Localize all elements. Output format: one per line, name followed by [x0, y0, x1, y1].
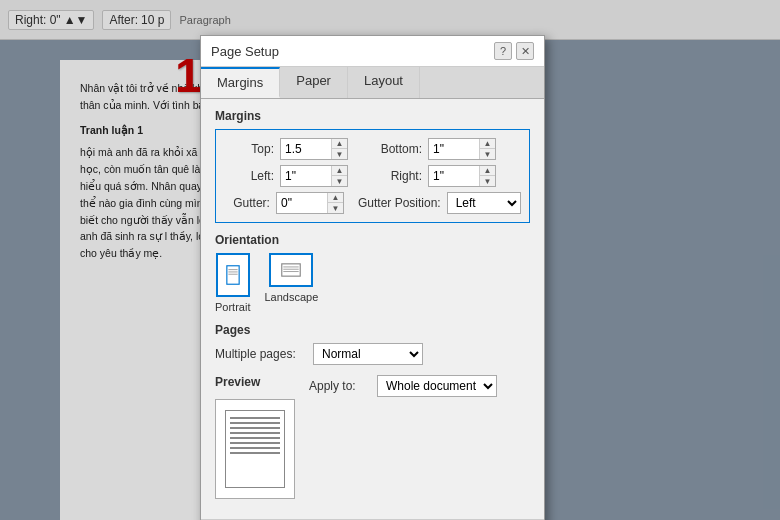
- pages-section: Pages Multiple pages: Normal Mirror marg…: [215, 323, 530, 365]
- landscape-icon: [269, 253, 313, 287]
- multiple-pages-label: Multiple pages:: [215, 347, 305, 361]
- tab-layout[interactable]: Layout: [348, 67, 420, 98]
- preview-line-8: [230, 452, 280, 454]
- margins-section-label: Margins: [215, 109, 530, 123]
- right-spinner-up[interactable]: ▲: [480, 166, 495, 176]
- gutter-spinner[interactable]: ▲ ▼: [327, 193, 343, 213]
- apply-row: Apply to: Whole document This section Th…: [309, 375, 530, 397]
- pages-row: Multiple pages: Normal Mirror margins 2 …: [215, 343, 530, 365]
- close-button[interactable]: ✕: [516, 42, 534, 60]
- preview-page: [225, 410, 285, 488]
- bottom-spinner[interactable]: ▲ ▼: [479, 139, 495, 159]
- margins-box: Top: ▲ ▼ Bottom: ▲ ▼: [215, 129, 530, 223]
- apply-select[interactable]: Whole document This section This point f…: [377, 375, 497, 397]
- preview-line-1: [230, 417, 280, 419]
- dialog-body: Margins Top: ▲ ▼ Bottom: ▲ ▼: [201, 99, 544, 519]
- gutter-position-select[interactable]: Left Top: [447, 192, 521, 214]
- top-input-group: ▲ ▼: [280, 138, 348, 160]
- bottom-input-group: ▲ ▼: [428, 138, 496, 160]
- left-label: Left:: [224, 169, 274, 183]
- preview-label: Preview: [215, 375, 295, 389]
- apply-label: Apply to:: [309, 379, 369, 393]
- landscape-option[interactable]: Landscape: [264, 253, 318, 303]
- gutter-label: Gutter:: [224, 196, 270, 210]
- left-right-row: Left: ▲ ▼ Right: ▲ ▼: [224, 165, 521, 187]
- top-label: Top:: [224, 142, 274, 156]
- gutter-pos-label: Gutter Position:: [358, 196, 441, 210]
- right-spinner-down[interactable]: ▼: [480, 176, 495, 186]
- preview-line-2: [230, 422, 280, 424]
- portrait-icon: [216, 253, 250, 297]
- preview-line-4: [230, 432, 280, 434]
- tab-paper[interactable]: Paper: [280, 67, 348, 98]
- bottom-input[interactable]: [429, 140, 479, 158]
- dialog-titlebar: Page Setup ? ✕: [201, 36, 544, 67]
- help-button[interactable]: ?: [494, 42, 512, 60]
- orientation-label: Orientation: [215, 233, 530, 247]
- gutter-input-group: ▲ ▼: [276, 192, 344, 214]
- top-spinner[interactable]: ▲ ▼: [331, 139, 347, 159]
- dialog-tabs: Margins Paper Layout: [201, 67, 544, 99]
- right-input[interactable]: [429, 167, 479, 185]
- right-spinner[interactable]: ▲ ▼: [479, 166, 495, 186]
- preview-line-6: [230, 442, 280, 444]
- orientation-section: Orientation Portrait: [215, 233, 530, 313]
- left-spinner-down[interactable]: ▼: [332, 176, 347, 186]
- left-spinner[interactable]: ▲ ▼: [331, 166, 347, 186]
- gutter-spinner-down[interactable]: ▼: [328, 203, 343, 213]
- bottom-spinner-up[interactable]: ▲: [480, 139, 495, 149]
- preview-line-5: [230, 437, 280, 439]
- svg-rect-0: [227, 266, 239, 284]
- right-label: Right:: [362, 169, 422, 183]
- dialog-title: Page Setup: [211, 44, 279, 59]
- portrait-option[interactable]: Portrait: [215, 253, 250, 313]
- left-spinner-up[interactable]: ▲: [332, 166, 347, 176]
- portrait-label: Portrait: [215, 301, 250, 313]
- gutter-input[interactable]: [277, 194, 327, 212]
- left-input-group: ▲ ▼: [280, 165, 348, 187]
- top-bottom-row: Top: ▲ ▼ Bottom: ▲ ▼: [224, 138, 521, 160]
- landscape-label: Landscape: [264, 291, 318, 303]
- preview-line-7: [230, 447, 280, 449]
- multiple-pages-select[interactable]: Normal Mirror margins 2 pages per sheet …: [313, 343, 423, 365]
- bottom-label: Bottom:: [362, 142, 422, 156]
- top-spinner-up[interactable]: ▲: [332, 139, 347, 149]
- right-input-group: ▲ ▼: [428, 165, 496, 187]
- left-input[interactable]: [281, 167, 331, 185]
- bottom-spinner-down[interactable]: ▼: [480, 149, 495, 159]
- pages-section-label: Pages: [215, 323, 530, 337]
- top-spinner-down[interactable]: ▼: [332, 149, 347, 159]
- page-setup-dialog: Page Setup ? ✕ Margins Paper Layout Marg…: [200, 35, 545, 520]
- dialog-controls: ? ✕: [494, 42, 534, 60]
- orientation-options: Portrait Landscape: [215, 253, 530, 313]
- preview-line-3: [230, 427, 280, 429]
- gutter-spinner-up[interactable]: ▲: [328, 193, 343, 203]
- top-input[interactable]: [281, 140, 331, 158]
- preview-section: Preview Apply to:: [215, 375, 530, 499]
- tab-margins[interactable]: Margins: [201, 67, 280, 98]
- gutter-row: Gutter: ▲ ▼ Gutter Position: Left Top: [224, 192, 521, 214]
- preview-box: [215, 399, 295, 499]
- svg-rect-4: [282, 264, 300, 276]
